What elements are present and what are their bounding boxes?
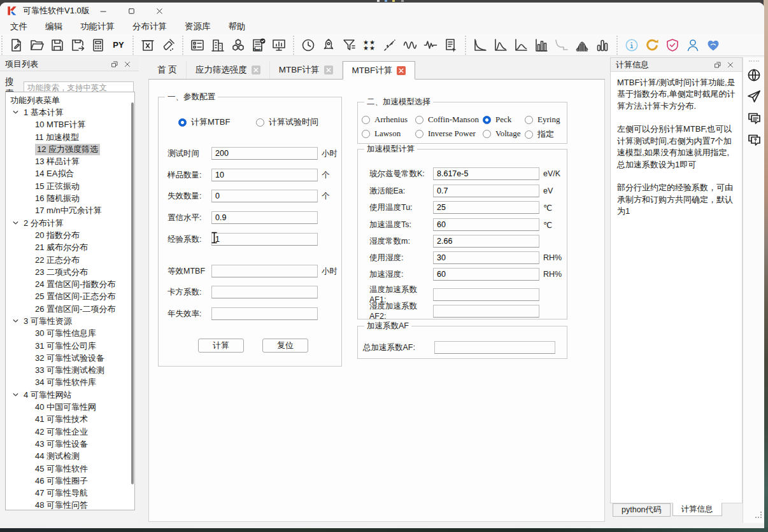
tree-item-selected[interactable]: 12 应力强度筛选: [6, 143, 134, 155]
radio-inverse-power[interactable]: Inverse Power: [415, 129, 476, 139]
experience-factor-input[interactable]: [211, 233, 318, 246]
float-panel-button[interactable]: [711, 60, 724, 70]
humidity-const-input[interactable]: [433, 235, 539, 248]
security-shield-icon[interactable]: [663, 36, 682, 55]
clear-icon[interactable]: [159, 36, 178, 55]
test-report-icon[interactable]: Test: [249, 36, 268, 55]
tab-close-icon[interactable]: [324, 66, 333, 74]
tree-item[interactable]: 13 样品计算: [6, 155, 134, 167]
calculate-button[interactable]: 计算: [198, 339, 244, 353]
random-vibration-icon[interactable]: [421, 36, 440, 55]
tree-item[interactable]: 43 可靠性设备: [6, 438, 134, 450]
accel-temp-input[interactable]: [433, 218, 539, 231]
tree-item[interactable]: 30 可靠性信息库: [6, 328, 134, 340]
tree-item[interactable]: 16 随机振动: [6, 192, 134, 204]
tab-calc-info[interactable]: 计算信息: [672, 503, 722, 516]
af2-input[interactable]: [433, 305, 539, 318]
accel-humidity-input[interactable]: [433, 268, 539, 281]
tree-item[interactable]: 47 可靠性导航: [6, 487, 134, 500]
tab-stress-screening[interactable]: 应力筛选强度: [187, 61, 270, 79]
refresh-icon[interactable]: [643, 36, 662, 55]
test-time-input[interactable]: [211, 147, 318, 160]
module-library-icon[interactable]: [229, 36, 248, 55]
tab-close-icon[interactable]: [252, 66, 260, 74]
tree-item[interactable]: 23 二项式分布: [6, 266, 134, 278]
tree-item[interactable]: 41 可靠性技术: [6, 414, 134, 426]
weibull-distribution-icon[interactable]: [491, 36, 510, 55]
tab-python-code[interactable]: python代码: [613, 503, 671, 517]
user-account-icon[interactable]: [683, 36, 702, 55]
delete-icon[interactable]: [138, 36, 157, 55]
tree-item[interactable]: 33 可靠性测试检测: [6, 365, 134, 377]
new-document-icon[interactable]: [7, 36, 26, 55]
af1-input[interactable]: [433, 288, 539, 301]
tree-item[interactable]: 21 威布尔分布: [6, 242, 134, 254]
tree-item[interactable]: 45 可靠性软件: [6, 463, 134, 475]
tree-item[interactable]: 40 中国可靠性网: [6, 401, 134, 413]
sample-count-input[interactable]: [211, 169, 318, 181]
python-code-icon[interactable]: PY: [109, 36, 128, 55]
radio-eyring[interactable]: Eyring: [525, 115, 560, 125]
close-panel-button[interactable]: [724, 60, 737, 70]
exponential-distribution-icon[interactable]: [471, 36, 490, 55]
decay-curve-icon[interactable]: [552, 36, 571, 55]
feedback-chat-icon[interactable]: [746, 110, 762, 127]
menu-help[interactable]: 帮助: [229, 21, 246, 32]
monitor-dashboard-icon[interactable]: [269, 36, 288, 55]
tree-item[interactable]: 32 可靠性试验设备: [6, 352, 134, 364]
export-icon[interactable]: [68, 36, 87, 55]
annual-failure-input[interactable]: [211, 307, 318, 320]
save-icon[interactable]: [48, 36, 67, 55]
rocket-icon[interactable]: [319, 36, 338, 55]
radio-arrhenius[interactable]: Arrhenius: [362, 115, 408, 125]
sine-vibration-icon[interactable]: [401, 36, 420, 55]
reset-button[interactable]: 复位: [262, 339, 308, 353]
column-chart-icon[interactable]: [593, 36, 612, 55]
globe-icon[interactable]: [746, 67, 762, 83]
tab-mtbf-calc-2[interactable]: MTBF计算: [343, 61, 416, 80]
open-file-icon[interactable]: [27, 36, 46, 55]
info-card-icon[interactable]: [188, 36, 207, 55]
radio-calc-mtbf[interactable]: 计算MTBF: [178, 116, 230, 128]
failure-count-input[interactable]: [211, 190, 318, 202]
radio-calc-test-time[interactable]: 计算试验时间: [256, 116, 318, 128]
tree-item[interactable]: 48 可靠性问答: [6, 500, 134, 510]
resize-grip[interactable]: [755, 512, 763, 519]
tab-mtbf-calc-1[interactable]: MTBF计算: [270, 61, 343, 79]
use-humidity-input[interactable]: [433, 251, 539, 264]
normal-curve-icon[interactable]: [511, 36, 530, 55]
confidence-input[interactable]: [211, 211, 318, 224]
radio-lawson[interactable]: Lawson: [362, 129, 401, 139]
tree-scrollbar[interactable]: [131, 102, 134, 484]
menu-file[interactable]: 文件: [10, 21, 27, 32]
radio-voltage[interactable]: Voltage: [483, 129, 520, 139]
maximize-button[interactable]: [118, 3, 146, 19]
tree-group-resources[interactable]: 3 可靠性资源: [6, 315, 134, 327]
tree-item[interactable]: 14 EA拟合: [6, 168, 134, 180]
bar-chart-icon[interactable]: [532, 36, 551, 55]
filter-icon[interactable]: [339, 36, 359, 55]
total-af-input[interactable]: [434, 341, 555, 354]
tree-item[interactable]: 11 加速模型: [6, 131, 134, 143]
tab-home[interactable]: 首 页: [148, 61, 187, 79]
tree-item[interactable]: 20 指数分布: [6, 229, 134, 241]
equiv-mtbf-input[interactable]: [211, 265, 318, 277]
float-panel-button[interactable]: [108, 59, 121, 69]
tree-item[interactable]: 25 置信区间-正态分布: [6, 291, 134, 303]
boltzmann-input[interactable]: [433, 167, 539, 180]
scatter-fit-icon[interactable]: [380, 36, 399, 55]
tree-item[interactable]: 46 可靠性圈子: [6, 475, 134, 487]
tree-item[interactable]: 15 正弦振动: [6, 180, 134, 192]
info-icon[interactable]: [622, 36, 641, 55]
menu-function-calc[interactable]: 功能计算: [80, 21, 115, 32]
radio-peck[interactable]: Peck: [483, 115, 511, 125]
report-run-icon[interactable]: [441, 36, 460, 55]
rating-stars-icon[interactable]: ★★★★: [360, 36, 379, 55]
support-heart-icon[interactable]: [704, 36, 723, 55]
tree-item[interactable]: 26 置信区间-二项分布: [6, 303, 134, 315]
tree-item[interactable]: 17 m/n中冗余计算: [6, 205, 134, 217]
use-temp-input[interactable]: [433, 201, 539, 214]
tree-item[interactable]: 44 测试检测: [6, 451, 134, 463]
calculator-icon[interactable]: [89, 36, 108, 55]
tree-item[interactable]: 34 可靠性软件库: [6, 377, 134, 389]
